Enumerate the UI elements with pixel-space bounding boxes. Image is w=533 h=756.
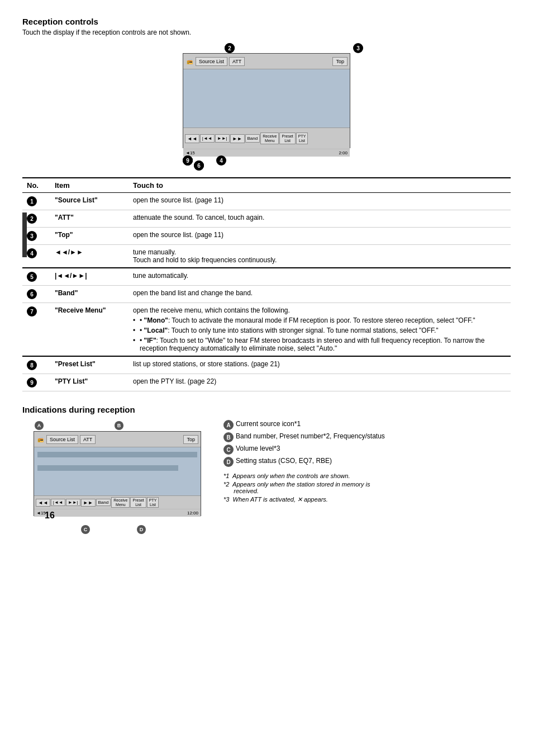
ind-callout-d: D: [137, 525, 146, 534]
table-row: 9 "PTY List" open the PTY list. (page 22…: [22, 374, 511, 391]
ind-receive-menu-btn[interactable]: ReceiveMenu: [111, 497, 130, 508]
callout-9: 9: [183, 155, 193, 166]
table-row: 5 |◄◄/►►| tune automatically.: [22, 268, 511, 286]
ind-item-b: B Band number, Preset number*2, Frequenc…: [223, 432, 511, 442]
section1-title: Reception controls: [22, 17, 511, 26]
legend-letter-c: C: [223, 445, 234, 455]
ind-item-a: A Current source icon*1: [223, 420, 511, 430]
table-row: 1 "Source List" open the source list. (p…: [22, 193, 511, 210]
ind-item-d: D Setting status (CSO, EQ7, RBE): [223, 457, 511, 467]
table-row: 2 "ATT" attenuate the sound. To cancel, …: [22, 210, 511, 228]
top-btn[interactable]: Top: [332, 57, 348, 66]
row-num-1: 1: [27, 196, 37, 206]
table-row: 4 ◄◄/►► tune manually.Touch and hold to …: [22, 245, 511, 268]
item-top: "Top": [50, 228, 129, 245]
footnote-2: *2 Appears only when the station stored …: [223, 481, 511, 494]
ind-time-display: 12:00: [187, 511, 198, 516]
item-preset-list: "Preset List": [50, 356, 129, 374]
item-source-list: "Source List": [50, 193, 129, 210]
table-row: 8 "Preset List" list up stored stations,…: [22, 356, 511, 374]
touch-pty-list: open the PTY list. (page 22): [129, 374, 511, 391]
row-num-2: 2: [27, 214, 37, 224]
legend-text-b: Band number, Preset number*2, Frequency/…: [236, 432, 385, 440]
ind-rwd-btn[interactable]: ◄◄: [36, 499, 50, 507]
footnote-3: *3 When ATT is activated, ✕ appears.: [223, 496, 511, 503]
legend-letter-d: D: [223, 457, 234, 467]
row-num-3: 3: [27, 231, 37, 241]
bullet-mono: • "Mono": Touch to activate the monaural…: [133, 316, 506, 324]
ind-source-list-btn[interactable]: Source List: [46, 435, 78, 444]
ind-callout-c: C: [81, 525, 90, 534]
item-skip: ◄◄/►►: [50, 245, 129, 268]
section2-title: Indications during reception: [22, 405, 511, 414]
touch-att: attenuate the sound. To cancel, touch ag…: [129, 210, 511, 228]
table-row: 6 "Band" open the band list and change t…: [22, 286, 511, 303]
touch-source-list: open the source list. (page 11): [129, 193, 511, 210]
table-header-item: Item: [50, 178, 129, 193]
callout-4: 4: [216, 155, 226, 166]
callout-6: 6: [194, 160, 204, 171]
indications-legend: A Current source icon*1 B Band number, P…: [223, 420, 511, 537]
indications-section: Indications during reception A B 📻 Sourc…: [22, 405, 511, 537]
att-btn[interactable]: ATT: [229, 57, 245, 66]
reception-controls-section: Reception controls Touch the display if …: [22, 17, 511, 391]
next-btn[interactable]: ►►|: [215, 134, 230, 143]
prev-btn[interactable]: |◄◄: [200, 134, 215, 143]
table-header-no: No.: [22, 178, 50, 193]
ind-fwd-btn[interactable]: ►►: [81, 499, 96, 507]
bullet-if: • "IF": Touch to set to "Wide" to hear F…: [133, 337, 506, 352]
pty-list-btn[interactable]: PTYList: [296, 133, 308, 144]
legend-text-a: Current source icon*1: [236, 420, 301, 428]
device-diagram-container: 1 2 3 📻 Source List ATT Top: [22, 43, 511, 172]
legend-text-c: Volume level*3: [236, 445, 280, 452]
callout-2: 2: [225, 43, 235, 53]
preset-list-btn[interactable]: PresetList: [279, 133, 295, 144]
ind-callout-b: B: [115, 421, 123, 430]
reference-table: No. Item Touch to 1 "Source List" open t…: [22, 177, 511, 391]
ind-callout-a: A: [35, 421, 44, 430]
receive-intro: open the receive menu, which contains th…: [133, 306, 290, 314]
receive-bullets: • "Mono": Touch to activate the monaural…: [133, 316, 506, 352]
ind-att-btn[interactable]: ATT: [80, 435, 96, 444]
indications-content: A B 📻 Source List ATT Top: [22, 420, 511, 537]
ind-band-btn[interactable]: Band: [96, 499, 111, 506]
fwd-btn[interactable]: ►►: [230, 134, 245, 143]
row-num-5: 5: [27, 272, 37, 282]
table-row: 7 "Receive Menu" open the receive menu, …: [22, 303, 511, 357]
ind-top-btn[interactable]: Top: [183, 435, 198, 444]
time-display: 2:00: [339, 150, 348, 155]
ind-preset-list-btn[interactable]: PresetList: [130, 497, 146, 508]
rwd-btn[interactable]: ◄◄: [185, 134, 199, 143]
footnotes: *1 Appears only when the controls are sh…: [223, 472, 511, 503]
ind-pty-list-btn[interactable]: PTYList: [147, 497, 159, 508]
footnote-1: *1 Appears only when the controls are sh…: [223, 472, 511, 479]
row-num-6: 6: [27, 289, 37, 299]
legend-text-d: Setting status (CSO, EQ7, RBE): [236, 457, 332, 465]
table-header-touch: Touch to: [129, 178, 511, 193]
ind-prev-btn[interactable]: |◄◄: [51, 499, 65, 506]
item-band: "Band": [50, 286, 129, 303]
row-num-4: 4: [27, 248, 37, 258]
table-row: 3 "Top" open the source list. (page 11): [22, 228, 511, 245]
section1-subtitle: Touch the display if the reception contr…: [22, 29, 511, 36]
legend-letter-a: A: [223, 420, 234, 430]
touch-preset-list: list up stored stations, or store statio…: [129, 356, 511, 374]
touch-autotune: tune automatically.: [129, 268, 511, 286]
ind-next-btn[interactable]: ►►|: [66, 499, 80, 506]
item-att: "ATT": [50, 210, 129, 228]
source-list-btn[interactable]: Source List: [196, 57, 227, 66]
page-number: 16: [45, 511, 55, 521]
row-num-8: 8: [27, 360, 37, 370]
item-autotune: |◄◄/►►|: [50, 268, 129, 286]
legend-letter-b: B: [223, 432, 234, 442]
touch-band: open the band list and change the band.: [129, 286, 511, 303]
item-receive-menu: "Receive Menu": [50, 303, 129, 357]
ind-item-c: C Volume level*3: [223, 445, 511, 455]
receive-menu-btn[interactable]: ReceiveMenu: [260, 133, 279, 144]
row-num-7: 7: [27, 306, 37, 316]
touch-top: open the source list. (page 11): [129, 228, 511, 245]
touch-receive-menu: open the receive menu, which contains th…: [129, 303, 511, 357]
item-pty-list: "PTY List": [50, 374, 129, 391]
band-btn[interactable]: Band: [245, 134, 260, 143]
touch-skip: tune manually.Touch and hold to skip fre…: [129, 245, 511, 268]
